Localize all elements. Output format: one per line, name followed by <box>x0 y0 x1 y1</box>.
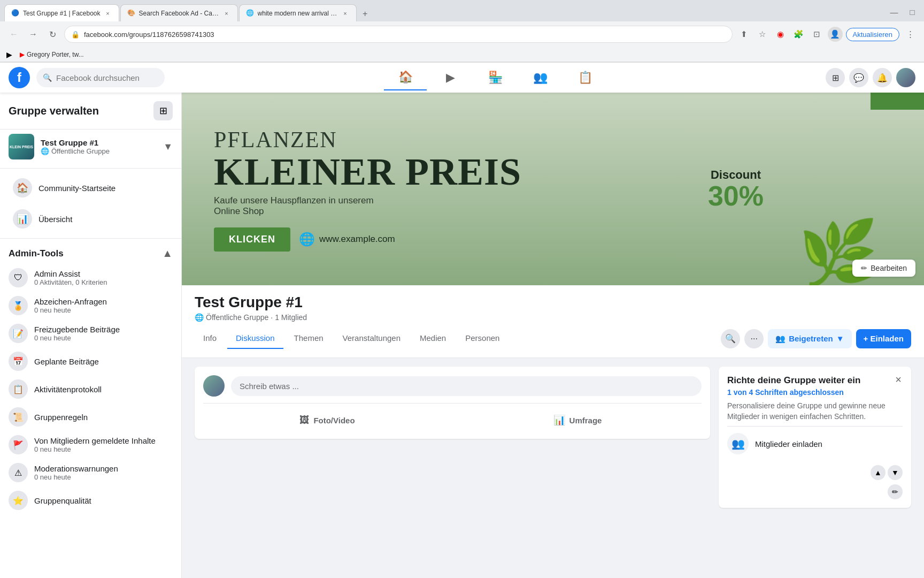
edit-cover-button[interactable]: ✏ Bearbeiten <box>852 260 915 277</box>
new-tab-button[interactable]: + <box>358 6 373 21</box>
menu-button[interactable]: ⋮ <box>903 27 918 42</box>
messenger-button[interactable]: 💬 <box>849 68 868 87</box>
facebook-main: PFLANZEN KLEINER PREIS Kaufe unsere Haus… <box>182 93 924 578</box>
admin-item-quality[interactable]: ⭐ Gruppenqualität <box>0 486 181 514</box>
back-button[interactable]: ← <box>6 27 21 42</box>
extensions-button[interactable]: ◉ <box>773 27 788 42</box>
sidebar-group-item[interactable]: KLEIN PREIS Test Gruppe #1 🌐 Öffentliche… <box>0 130 181 164</box>
joined-chevron: ▼ <box>836 334 844 343</box>
group-more-button[interactable]: ··· <box>744 329 764 348</box>
bookmark-item[interactable]: ▶ Gregory Porter, tw... <box>17 50 87 59</box>
forward-button[interactable]: → <box>26 27 41 42</box>
nav-watch[interactable]: ▶ <box>429 65 472 90</box>
dropdown-arrow-icon[interactable]: ▼ <box>163 141 173 153</box>
puzzle-button[interactable]: 🧩 <box>791 27 806 42</box>
group-tab-actions: 🔍 ··· 👥 Beigetreten ▼ + Einladen <box>721 329 911 348</box>
tab-info[interactable]: Info <box>195 328 225 349</box>
tab-2-close[interactable]: × <box>222 9 231 18</box>
tab-2-title: Search Facebook Ad - Canva <box>139 10 219 17</box>
setup-title: Richte deine Gruppe weiter ein <box>727 375 903 386</box>
tab-3[interactable]: 🌐 white modern new arrival watc... × <box>239 4 357 21</box>
admin-item-warnings[interactable]: ⚠ Moderationswarnungen 0 neu heute <box>0 459 181 486</box>
reload-button[interactable]: ↻ <box>45 27 60 42</box>
group-search-button[interactable]: 🔍 <box>721 329 740 348</box>
admin-section-title: Admin-Tools <box>9 248 64 259</box>
cover-plant: 🌿 <box>764 93 913 285</box>
apps-button[interactable]: ⊞ <box>826 68 845 87</box>
tab-1-title: Test Gruppe #1 | Facebook <box>23 10 101 17</box>
sidebar-item-overview[interactable]: 📊 Übersicht <box>4 204 177 234</box>
tab-diskussion[interactable]: Diskussion <box>227 328 283 349</box>
tab-1-close[interactable]: × <box>104 9 112 18</box>
search-bar[interactable]: 🔍 <box>36 68 165 87</box>
search-icon: 🔍 <box>43 73 52 82</box>
warnings-icon: ⚠ <box>9 463 28 482</box>
group-tabs-row: Info Diskussion Themen Veranstaltungen M… <box>195 328 911 349</box>
notifications-button[interactable]: 🔔 <box>873 68 892 87</box>
setup-close-button[interactable]: × <box>892 373 905 386</box>
sidebar-divider-1 <box>0 168 181 169</box>
sidebar-icon-button[interactable]: ⊞ <box>153 101 173 120</box>
nav-marketplace[interactable]: 🏪 <box>474 65 517 90</box>
badges-subtitle: 0 neu heute <box>34 306 107 314</box>
tab-medien[interactable]: Medien <box>411 328 455 349</box>
profile-avatar[interactable] <box>896 68 915 87</box>
photo-video-button[interactable]: 🖼 Foto/Video <box>203 410 451 430</box>
nav-home[interactable]: 🏠 <box>384 65 427 90</box>
tab-personen[interactable]: Personen <box>457 328 508 349</box>
composer-input[interactable]: Schreib etwas ... <box>231 376 702 396</box>
facebook-header: f 🔍 🏠 ▶ 🏪 👥 📋 ⊞ 💬 🔔 <box>0 63 924 93</box>
maximize-button[interactable]: □ <box>905 4 920 19</box>
nav-pages[interactable]: 📋 <box>564 65 606 90</box>
tab-3-title: white modern new arrival watc... <box>258 10 338 17</box>
setup-edit-button[interactable]: ✏ <box>888 484 903 499</box>
joined-button[interactable]: 👥 Beigetreten ▼ <box>768 329 851 348</box>
posts-right: Richte deine Gruppe weiter ein 1 von 4 S… <box>719 367 911 508</box>
cover-discount: Discount 30% <box>708 168 764 210</box>
badges-title: Abzeichen-Anfragen <box>34 297 107 306</box>
nav-groups[interactable]: 👥 <box>519 65 561 90</box>
tab-themen[interactable]: Themen <box>286 328 332 349</box>
scroll-down-button[interactable]: ▼ <box>888 465 903 480</box>
profile-button[interactable]: 👤 <box>828 27 843 42</box>
invite-button[interactable]: + Einladen <box>856 329 911 348</box>
search-input[interactable] <box>56 73 158 82</box>
header-actions: ⊞ 💬 🔔 <box>826 68 915 87</box>
admin-item-activity[interactable]: 📋 Aktivitätenprotokoll <box>0 375 181 403</box>
group-type-text: Öffentliche Gruppe <box>206 313 268 322</box>
tab-2[interactable]: 🎨 Search Facebook Ad - Canva × <box>120 4 238 21</box>
admin-item-badges[interactable]: 🏅 Abzeichen-Anfragen 0 neu heute <box>0 292 181 320</box>
sidebar-item-community[interactable]: 🏠 Community-Startseite <box>4 173 177 203</box>
share-button[interactable]: ⬆ <box>737 27 752 42</box>
sidebar-title: Gruppe verwalten <box>9 105 99 117</box>
facebook-logo[interactable]: f <box>9 67 30 88</box>
minimize-button[interactable]: — <box>887 4 902 19</box>
address-bar[interactable]: 🔒 facebook.com/groups/1187626598741303 <box>64 26 733 43</box>
tab-3-close[interactable]: × <box>341 9 350 18</box>
admin-item-scheduled[interactable]: 📅 Geplante Beiträge <box>0 347 181 375</box>
split-button[interactable]: ⊡ <box>810 27 825 42</box>
scroll-up-button[interactable]: ▲ <box>871 465 886 480</box>
rules-title: Gruppenregeln <box>34 413 88 422</box>
admin-assist-info: Admin Assist 0 Aktivitäten, 0 Kriterien <box>34 269 107 286</box>
update-button[interactable]: Aktualisieren <box>846 28 899 41</box>
tab-1[interactable]: 🔵 Test Gruppe #1 | Facebook × <box>4 4 119 21</box>
youtube-icon: ▶ <box>20 51 25 58</box>
admin-section-toggle[interactable]: ▲ <box>162 247 173 260</box>
admin-item-rules[interactable]: 📜 Gruppenregeln <box>0 403 181 431</box>
tab-3-favicon: 🌐 <box>246 9 255 18</box>
edit-icon: ✏ <box>861 264 867 272</box>
admin-assist-icon: 🛡 <box>9 268 28 287</box>
admin-item-assist[interactable]: 🛡 Admin Assist 0 Aktivitäten, 0 Kriterie… <box>0 264 181 292</box>
bookmark-label: Gregory Porter, tw... <box>27 51 84 58</box>
star-button[interactable]: ☆ <box>755 27 770 42</box>
quality-icon: ⭐ <box>9 491 28 510</box>
tab-veranstaltungen[interactable]: Veranstaltungen <box>334 328 409 349</box>
setup-invite-item[interactable]: 👥 Mitglieder einladen <box>727 426 903 461</box>
admin-item-reported[interactable]: 🚩 Von Mitgliedern gemeldete Inhalte 0 ne… <box>0 431 181 459</box>
poll-button[interactable]: 📊 Umfrage <box>453 410 702 430</box>
cover-cta-button[interactable]: KLICKEN <box>214 227 290 252</box>
browser-chrome: 🔵 Test Gruppe #1 | Facebook × 🎨 Search F… <box>0 0 924 63</box>
admin-item-posts[interactable]: 📝 Freizugebende Beiträge 0 neu heute <box>0 320 181 347</box>
public-globe-icon: 🌐 <box>195 313 204 322</box>
